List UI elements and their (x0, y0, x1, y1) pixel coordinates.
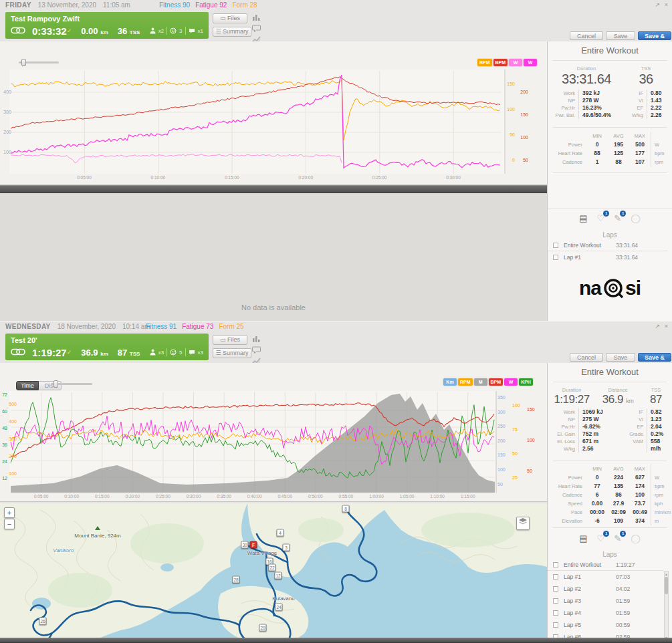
lap-checkbox[interactable] (553, 622, 558, 628)
lap-row: Lap #401:59 (548, 607, 664, 619)
synced-check-icon: ✓ (67, 349, 72, 356)
map-marker-22[interactable]: 22 (268, 564, 275, 571)
social-counts: x2 3 x1 (150, 27, 203, 35)
map-zoom-out-button[interactable]: − (4, 519, 15, 529)
save-button[interactable]: Save (606, 31, 635, 40)
x-tick: 0:30:00 (187, 494, 201, 499)
mam-row: Power0195500W (552, 140, 671, 149)
mountain-icon (95, 526, 100, 530)
notes-icon[interactable]: ▤ (579, 534, 587, 543)
tss-value: 36 (118, 26, 127, 36)
tss-block: TSS 36 (629, 66, 663, 87)
social-counts: x3 5 x3 (150, 348, 203, 356)
lap-checkbox[interactable] (553, 598, 558, 604)
y-tick: 400 (8, 419, 17, 424)
laps-scrollbar[interactable]: ▲▼ (664, 571, 669, 641)
y-tick: 25 (512, 475, 521, 480)
map-marker-26[interactable]: 26 (39, 618, 46, 625)
lap-checkbox[interactable] (553, 243, 558, 248)
map-marker-12[interactable]: 12 (274, 572, 282, 580)
laps-title: Laps (548, 231, 672, 239)
workout1-summary-bar[interactable]: Test Rampovy Zwift 0:33:32 ✓ 0.00 km 36 … (5, 12, 209, 39)
y-tick: 150 (497, 453, 506, 457)
y-tick: 500 (8, 402, 17, 406)
chart1-plot[interactable] (0, 41, 547, 185)
x-tick: 0:05:00 (77, 175, 92, 180)
time-label: 11:05 am (103, 1, 130, 12)
layers-icon (518, 517, 528, 527)
expand-icon[interactable]: ↗ (655, 323, 660, 330)
chart2-plot[interactable] (0, 363, 547, 502)
close-icon[interactable]: × (665, 323, 668, 330)
mam-header: MINAVGMAX (552, 465, 671, 473)
trainingpeaks-quickview-stack: FRIDAY 13 November, 2020 11:05 am Fitnes… (0, 0, 672, 643)
stat-row: Grade0.2% (619, 430, 671, 438)
chart1-hscrollbar[interactable] (0, 185, 547, 193)
page-hscrollbar[interactable] (0, 638, 672, 643)
lap-checkbox[interactable] (553, 255, 558, 260)
lap-row: Entire Workout33:31.64 (548, 239, 668, 251)
map-marker-24[interactable]: 24 (275, 604, 282, 611)
map-marker-8[interactable]: 8 (342, 505, 350, 513)
expand-icon[interactable]: ↗ (655, 1, 660, 8)
summary-button[interactable]: ☰ Summary (213, 27, 251, 37)
workout2-fitness-summary: Fitness 91 Fatigue 73 Form 25 (146, 323, 244, 334)
map-marker-3[interactable]: 3 (283, 544, 290, 551)
stat-row: EF2.22 (619, 104, 671, 112)
map-layers-button[interactable] (516, 517, 530, 530)
files-button[interactable]: ▭ Files (213, 335, 247, 345)
save-button[interactable]: Save (606, 353, 635, 362)
save-close-button[interactable]: Save & Close (638, 31, 671, 40)
tss-unit: TSS (130, 351, 140, 357)
heart-icon[interactable]: ♡1 (597, 534, 605, 543)
x-tick: 0:10:00 (151, 175, 166, 180)
y-tick: 100 (8, 471, 17, 476)
map-marker-28[interactable]: 28 (232, 576, 239, 584)
map-marker-20[interactable]: 20 (259, 624, 266, 632)
cancel-button[interactable]: Cancel (570, 31, 603, 40)
close-icon[interactable]: × (665, 1, 668, 8)
files-button[interactable]: ▭ Files (213, 13, 247, 23)
lap-checkbox[interactable] (553, 610, 558, 616)
map-marker-4[interactable]: 4 (277, 529, 284, 537)
stat-row: Work1069 kJ (550, 408, 617, 416)
x-tick: 0:35:00 (217, 494, 231, 499)
circle-icon[interactable]: ◯ (631, 214, 641, 223)
x-tick: 0:15:00 (225, 175, 239, 180)
stats-left: Work1069 kJNP275 WPw:Hr-6.82%El. Gain752… (550, 408, 617, 453)
y-tick: 200 (2, 130, 11, 134)
y-tick: 100 (506, 107, 515, 112)
edit-icon[interactable]: ✎1 (614, 534, 621, 543)
laps-list: Entire Workout1:19:27Lap #107:03Lap #204… (548, 559, 664, 643)
map-place-label: Kulavanu (272, 596, 294, 602)
y-tick: 100 (2, 150, 11, 154)
stat-row: NP278 W (550, 97, 617, 104)
lap-checkbox[interactable] (553, 586, 558, 592)
x-tick: 1:00:00 (369, 494, 384, 499)
distance-unit: km (100, 29, 108, 35)
laps-list: Entire Workout33:31.64Lap #133:31.64 (548, 239, 668, 263)
lap-checkbox[interactable] (553, 574, 558, 580)
workout2-summary-bar[interactable]: Test 20' 1:19:27 ✓ 36.9 km 87 TSS x3 5 x… (5, 334, 209, 360)
y-tick: 100 (527, 438, 536, 442)
workout2-map[interactable]: Mount Banie, 924mVanikoroWata VillageKul… (0, 503, 547, 643)
heart-icon[interactable]: ♡1 (597, 214, 605, 223)
notes-icon[interactable]: ▤ (579, 214, 587, 223)
map-marker-30[interactable]: 30 (241, 541, 248, 549)
workout1-sidebar: Entire Workout Duration 33:31.64 TSS 36 … (547, 41, 672, 321)
x-tick: 1:10:00 (430, 494, 445, 499)
summary-button[interactable]: ☰ Summary (213, 348, 251, 358)
x-tick: 0:45:00 (277, 494, 292, 499)
x-tick: 0:30:00 (446, 175, 461, 180)
map-zoom-in-button[interactable]: + (4, 507, 15, 518)
x-tick: 0:10:00 (64, 494, 79, 499)
lap-tools: ▤ ♡1 ✎1 ◯ (548, 534, 672, 543)
mam-row: Cadence686100rpm (552, 491, 671, 499)
circle-icon[interactable]: ◯ (631, 534, 641, 543)
map-canvas (0, 503, 547, 643)
edit-icon[interactable]: ✎1 (614, 214, 621, 223)
lap-checkbox[interactable] (553, 562, 558, 567)
save-close-button[interactable]: Save & Close (638, 353, 671, 362)
cancel-button[interactable]: Cancel (570, 353, 603, 362)
map-finish-marker[interactable]: F (250, 541, 257, 549)
